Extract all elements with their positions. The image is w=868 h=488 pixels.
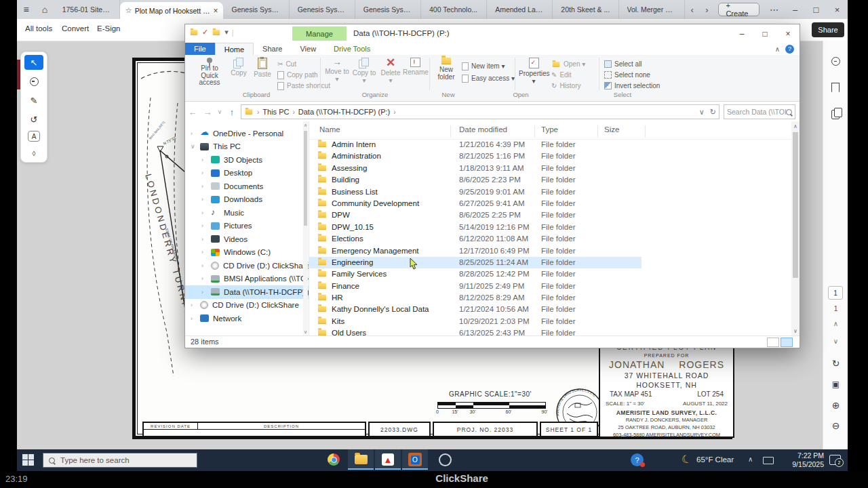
hamburger-menu-icon[interactable]: ≡ [17, 0, 35, 19]
refresh-icon[interactable]: ↻ [710, 108, 716, 117]
text-box-tool-icon[interactable]: A [28, 131, 40, 142]
taskbar-clickshare-icon[interactable] [432, 449, 458, 470]
fit-page-icon[interactable]: ▣ [823, 380, 848, 389]
new-item-button[interactable]: New item ▾ [462, 61, 505, 71]
tree-chevron-icon[interactable]: › [201, 275, 211, 282]
tree-chevron-icon[interactable]: › [201, 222, 211, 229]
nav-tree-item[interactable]: › Desktop [185, 167, 309, 180]
tree-chevron-icon[interactable]: › [191, 302, 200, 308]
help-icon[interactable]: ? [785, 45, 794, 54]
copy-button[interactable]: Copy [227, 57, 250, 77]
copy-path-button[interactable]: Copy path [277, 70, 318, 80]
convert-menu[interactable]: Convert [62, 24, 89, 33]
nav-tree-item[interactable]: › Network [185, 312, 309, 325]
lasso-tool-icon[interactable]: ↺ [24, 112, 43, 127]
ribbon-tab[interactable]: Drive Tools [325, 43, 379, 55]
paste-button[interactable]: Paste [250, 57, 275, 79]
forward-icon[interactable]: → [200, 107, 215, 117]
zoom-in-icon[interactable]: ⊕ [823, 400, 848, 411]
all-tools-menu[interactable]: All tools [25, 24, 52, 33]
document-tab[interactable]: 20th Skeet & ... [553, 0, 618, 19]
rotate-page-icon[interactable]: ↻ [823, 358, 848, 369]
paste-shortcut-button[interactable]: Paste shortcut [277, 81, 330, 91]
document-tab[interactable]: Genesis Syste... [290, 0, 355, 19]
file-row[interactable]: DPW 8/6/2025 2:25 PM File folder [309, 209, 791, 221]
tree-chevron-icon[interactable]: › [201, 289, 211, 296]
draw-tool-icon[interactable]: ✎ [24, 93, 43, 108]
tree-chevron-icon[interactable]: › [201, 262, 211, 269]
tree-chevron-icon[interactable]: › [201, 169, 211, 176]
page-number-input[interactable]: 1 [828, 286, 843, 300]
taskbar-outlook-icon[interactable]: O [402, 449, 428, 470]
properties-button[interactable]: Properties ▾ [519, 57, 549, 85]
document-tab[interactable]: Genesis Syste... [355, 0, 421, 19]
nav-tree-item[interactable]: › Downloads [185, 193, 309, 207]
tree-chevron-icon[interactable]: › [201, 157, 211, 163]
select-tool-icon[interactable]: ↖ [24, 55, 43, 70]
history-button[interactable]: ↻History [551, 81, 581, 91]
explorer-title-bar[interactable]: ✓ ▾ | Manage Data (\\TOH-TH-DCFP) (P:) –… [185, 24, 800, 43]
select-all-button[interactable]: Select all [604, 59, 642, 69]
breadcrumb[interactable]: › This PC › Data (\\TOH-TH-DCFP) (P:) › … [241, 104, 719, 119]
share-button[interactable]: Share [812, 22, 844, 37]
crumb-drive[interactable]: Data (\\TOH-TH-DCFP) (P:) [298, 108, 390, 116]
file-row[interactable]: Business List 9/25/2019 9:01 AM File fol… [309, 186, 791, 198]
file-row[interactable]: Admin Intern 1/21/2016 4:39 PM File fold… [309, 139, 791, 150]
taskbar-clock[interactable]: 7:22 PM 9/15/2025 [779, 451, 824, 469]
large-icons-view-icon[interactable] [781, 338, 793, 347]
recent-locations-icon[interactable]: ∨ [215, 108, 224, 115]
explorer-minimize-button[interactable]: – [730, 24, 753, 43]
nav-tree-item[interactable]: › BMSI Applications (\\TOH-TH [185, 272, 309, 286]
new-folder-button[interactable]: New folder [433, 57, 459, 81]
nav-tree-item[interactable]: › CD Drive (D:) ClickShare [185, 299, 309, 312]
file-row[interactable]: Community Development 6/27/2025 9:41 AM … [309, 198, 791, 209]
file-row[interactable]: Kits 10/29/2021 2:03 PM File folder [309, 316, 791, 327]
column-type[interactable]: Type [541, 125, 558, 134]
nav-tree-item[interactable]: › Data (\\TOH-TH-DCFP) (P:) [185, 285, 309, 299]
tree-chevron-icon[interactable]: › [191, 130, 200, 137]
ribbon-tab[interactable]: Home [215, 43, 254, 55]
details-view-icon[interactable] [767, 338, 779, 347]
taskbar-help-icon[interactable]: ? [631, 453, 644, 466]
file-row[interactable]: Emergency Management 12/17/2010 6:49 PM … [309, 245, 791, 257]
create-button[interactable]: + Create [718, 3, 760, 16]
file-row[interactable]: Engineering 8/25/2025 11:24 AM File fold… [309, 257, 642, 268]
next-page-icon[interactable]: ∨ [823, 338, 848, 345]
nav-tree-item[interactable]: › CD Drive (D:) ClickShare [185, 259, 309, 272]
notification-center-icon[interactable]: 2 [829, 455, 841, 465]
file-row[interactable]: Assessing 1/18/2013 9:11 AM File folder [309, 163, 791, 174]
start-button[interactable] [22, 454, 35, 466]
home-icon[interactable]: ⌂ [35, 0, 54, 19]
nav-tree-item[interactable]: › Videos [185, 232, 309, 246]
back-icon[interactable]: ← [185, 107, 200, 117]
tray-expand-icon[interactable]: ∧ [748, 455, 753, 463]
nav-tree-item[interactable]: ∨ This PC [185, 140, 309, 154]
open-button[interactable]: Open ▾ [551, 59, 585, 69]
close-button[interactable]: × [827, 0, 848, 19]
search-input[interactable]: Search Data (\\TOH... [724, 104, 795, 119]
easy-access-button[interactable]: Easy access ▾ [462, 73, 515, 83]
list-scrollbar[interactable]: ∧ ∨ [791, 121, 800, 336]
zoom-out-icon[interactable]: ⊖ [823, 420, 848, 431]
tree-chevron-icon[interactable]: ∨ [191, 143, 200, 150]
edit-button[interactable]: ✎Edit [551, 70, 572, 80]
document-tab[interactable]: Amended Lan... [487, 0, 553, 19]
document-tab[interactable]: Vol. Merger Fo... [619, 0, 685, 19]
column-name[interactable]: Name [319, 125, 340, 134]
esign-menu[interactable]: E-Sign [97, 24, 121, 33]
column-date-modified[interactable]: Date modified [459, 125, 507, 134]
nav-tree-item[interactable]: › Windows (C:) [185, 246, 309, 260]
more-options-icon[interactable]: ⋯ [764, 0, 785, 19]
previous-page-icon[interactable]: ∧ [823, 320, 848, 327]
close-tab-icon[interactable]: × [213, 6, 218, 16]
move-to-button[interactable]: →Move to ▾ [324, 57, 350, 83]
taskbar-weather[interactable]: 65°F Clear [696, 455, 734, 464]
nav-scrollbar[interactable]: ∧ ∨ [303, 121, 308, 336]
nav-tree-item[interactable]: › Documents [185, 180, 309, 193]
cut-button[interactable]: ✂Cut [277, 59, 296, 69]
nav-tree-item[interactable]: › OneDrive - Personal [185, 127, 309, 140]
document-tab[interactable]: ☆ Plot Map of Hooksett 37 ... × [120, 2, 224, 19]
tab-scroll-left-icon[interactable]: ‹ [685, 0, 700, 19]
copy-to-button[interactable]: Copy to ▾ [351, 57, 377, 84]
column-size[interactable]: Size [604, 125, 619, 134]
